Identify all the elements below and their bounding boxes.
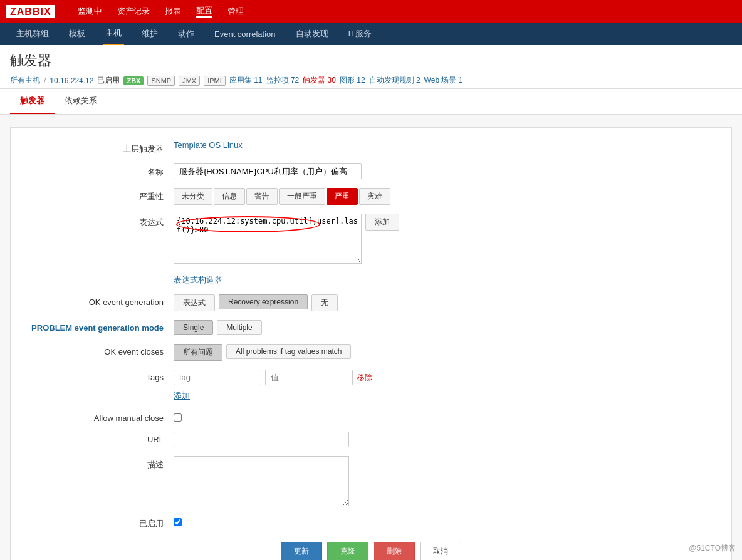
watermark: @51CTO博客 (689, 543, 736, 554)
row-url: URL (23, 432, 719, 447)
label-parent-trigger: 上层触发器 (23, 140, 174, 155)
nav-maintenance[interactable]: 维护 (139, 23, 160, 44)
second-nav: 主机群组 模板 主机 维护 动作 Event correlation 自动发现 … (0, 23, 742, 45)
update-button[interactable]: 更新 (281, 542, 322, 560)
expression-builder-link[interactable]: 表达式构造器 (174, 274, 222, 286)
value-input[interactable] (265, 370, 353, 385)
nav-hostgroup[interactable]: 主机群组 (14, 23, 51, 44)
ok-event-expression-btn[interactable]: 表达式 (174, 294, 215, 311)
ok-event-recovery-btn[interactable]: Recovery expression (219, 294, 308, 309)
allow-manual-checkbox[interactable] (174, 413, 182, 422)
tab-dependency[interactable]: 依赖关系 (55, 89, 107, 114)
name-input[interactable] (174, 163, 362, 179)
top-nav: ZABBIX 监测中 资产记录 报表 配置 管理 (0, 0, 742, 23)
breadcrumb-trigger[interactable]: 触发器 30 (303, 75, 336, 86)
action-buttons: 更新 克隆 删除 取消 (23, 542, 719, 560)
label-expr-builder (23, 274, 174, 277)
nav-it-services[interactable]: IT服务 (346, 23, 375, 44)
breadcrumb-enabled: 已启用 (97, 75, 120, 86)
breadcrumb-item[interactable]: 监控项 72 (266, 75, 300, 86)
ok-event-none-btn[interactable]: 无 (311, 294, 338, 311)
wrap-ok-event: 表达式 Recovery expression 无 (174, 294, 719, 311)
sev-high[interactable]: 严重 (327, 188, 358, 205)
wrap-enabled (174, 515, 719, 526)
row-expression: 表达式 {10.16.224.12:system.cpu.util[,user]… (23, 214, 719, 266)
url-input[interactable] (174, 432, 349, 447)
breadcrumb-all-hosts[interactable]: 所有主机 (10, 75, 40, 86)
nav-autodiscovery[interactable]: 自动发现 (293, 23, 331, 44)
wrap-problem-mode: Single Multiple (174, 320, 719, 335)
row-enabled: 已启用 (23, 515, 719, 529)
nav-assets[interactable]: 资产记录 (117, 6, 150, 17)
tab-trigger[interactable]: 触发器 (10, 89, 55, 114)
nav-monitor[interactable]: 监测中 (78, 6, 102, 17)
badge-snmp: SNMP (147, 76, 175, 86)
row-allow-manual: Allow manual close (23, 410, 719, 423)
label-expression: 表达式 (23, 214, 174, 228)
desc-textarea[interactable] (174, 456, 349, 506)
wrap-severity: 未分类 信息 警告 一般严重 严重 灾难 (174, 188, 719, 205)
badge-zbx: ZBX (123, 76, 144, 85)
nav-host[interactable]: 主机 (103, 23, 124, 45)
cancel-button[interactable]: 取消 (420, 542, 461, 560)
breadcrumb-area: 触发器 所有主机 / 10.16.224.12 已启用 ZBX SNMP JMX… (0, 45, 742, 89)
badge-jmx: JMX (179, 76, 200, 86)
tag-row: 移除 (174, 370, 373, 385)
sev-warning[interactable]: 警告 (246, 188, 278, 205)
breadcrumb-host-ip[interactable]: 10.16.224.12 (50, 76, 93, 85)
enabled-checkbox[interactable] (174, 518, 182, 526)
row-name: 名称 (23, 163, 719, 179)
label-ok-event: OK event generation (23, 294, 174, 307)
badge-ipmi: IPMI (204, 76, 226, 86)
row-ok-closes: OK event closes 所有问题 All problems if tag… (23, 344, 719, 361)
remove-tag-link[interactable]: 移除 (357, 372, 373, 383)
sev-disaster[interactable]: 灾难 (359, 188, 390, 205)
tag-input[interactable] (174, 370, 261, 385)
tabs-bar: 触发器 依赖关系 (0, 89, 742, 115)
content: 上层触发器 Template OS Linux 名称 严重性 未分类 信息 警告… (0, 115, 742, 560)
parent-trigger-link[interactable]: Template OS Linux (174, 140, 243, 150)
ok-closes-tag-btn[interactable]: All problems if tag values match (226, 344, 351, 359)
row-problem-mode: PROBLEM event generation mode Single Mul… (23, 320, 719, 335)
row-severity: 严重性 未分类 信息 警告 一般严重 严重 灾难 (23, 188, 719, 205)
row-parent-trigger: 上层触发器 Template OS Linux (23, 140, 719, 155)
breadcrumb-graph[interactable]: 图形 12 (340, 75, 365, 86)
label-tags: Tags (23, 370, 174, 382)
breadcrumb: 所有主机 / 10.16.224.12 已启用 ZBX SNMP JMX IPM… (10, 75, 732, 86)
wrap-url (174, 432, 719, 447)
nav-config[interactable]: 配置 (196, 5, 212, 18)
wrap-desc (174, 456, 719, 506)
nav-action[interactable]: 动作 (175, 23, 197, 44)
label-problem-mode: PROBLEM event generation mode (23, 320, 174, 333)
sev-unclassified[interactable]: 未分类 (174, 188, 212, 205)
sev-info[interactable]: 信息 (214, 188, 245, 205)
breadcrumb-discovery[interactable]: 自动发现规则 2 (369, 75, 421, 86)
problem-mode-multiple-btn[interactable]: Multiple (217, 320, 261, 335)
label-allow-manual: Allow manual close (23, 410, 174, 423)
form-section: 上层触发器 Template OS Linux 名称 严重性 未分类 信息 警告… (10, 127, 732, 560)
breadcrumb-sep1: / (44, 76, 46, 85)
nav-reports[interactable]: 报表 (165, 6, 181, 17)
wrap-expression: {10.16.224.12:system.cpu.util[,user].las… (174, 214, 719, 266)
ok-closes-all-btn[interactable]: 所有问题 (174, 344, 222, 361)
label-severity: 严重性 (23, 188, 174, 202)
problem-mode-single-btn[interactable]: Single (174, 320, 213, 335)
nav-admin[interactable]: 管理 (227, 6, 244, 17)
row-desc: 描述 (23, 456, 719, 506)
label-desc: 描述 (23, 456, 174, 470)
add-expression-btn[interactable]: 添加 (365, 214, 399, 231)
severity-buttons: 未分类 信息 警告 一般严重 严重 灾难 (174, 188, 390, 205)
sev-average[interactable]: 一般严重 (279, 188, 325, 205)
row-ok-event: OK event generation 表达式 Recovery express… (23, 294, 719, 311)
label-url: URL (23, 432, 174, 444)
expression-textarea[interactable]: {10.16.224.12:system.cpu.util[,user].las… (174, 214, 362, 264)
label-name: 名称 (23, 163, 174, 178)
clone-button[interactable]: 克隆 (327, 542, 368, 560)
delete-button[interactable]: 删除 (374, 542, 415, 560)
breadcrumb-web[interactable]: Web 场景 1 (424, 75, 463, 86)
add-tag-link[interactable]: 添加 (174, 390, 190, 402)
nav-event-correlation[interactable]: Event correlation (212, 24, 278, 44)
wrap-name (174, 163, 719, 179)
breadcrumb-app[interactable]: 应用集 11 (229, 75, 263, 86)
nav-template[interactable]: 模板 (66, 23, 88, 44)
